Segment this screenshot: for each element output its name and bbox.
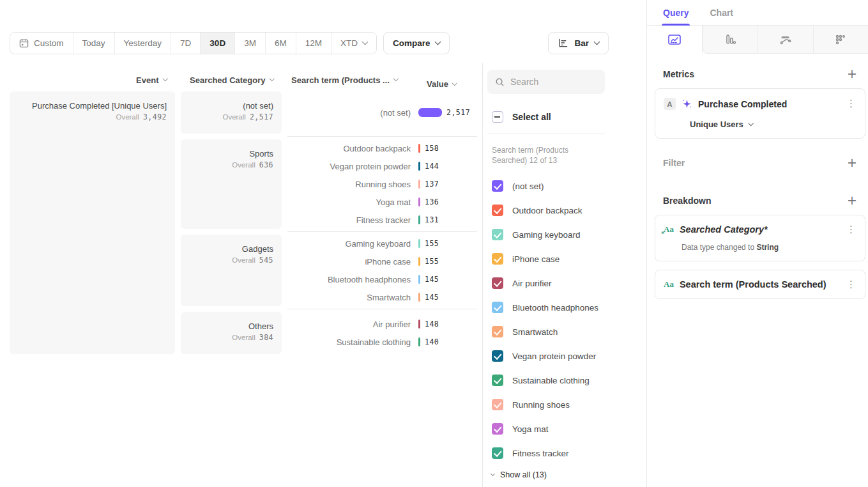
measure-dropdown[interactable]: Unique Users — [690, 120, 857, 129]
term-checkbox-item[interactable]: iPhone case — [487, 247, 646, 271]
select-all[interactable]: Select all — [492, 111, 646, 123]
category-card[interactable]: Sports Overall636 — [181, 139, 282, 229]
breakdown-card-category[interactable]: Aa* Searched Category* ⋮ Data type chang… — [655, 215, 865, 261]
metric-card-row: A Purchase Completed ⋮ — [664, 98, 857, 110]
table-row[interactable]: iPhone case 155 — [287, 252, 482, 270]
breakdown-card-search-term[interactable]: Aa Search term (Products Searched) ⋮ — [655, 270, 865, 299]
compare-button[interactable]: Compare — [383, 32, 450, 54]
term-checkbox-item[interactable]: (not set) — [487, 174, 646, 198]
value-bar[interactable] — [418, 293, 420, 302]
value-text: 136 — [425, 197, 439, 206]
category-overall-value: 384 — [259, 333, 273, 342]
term-checkbox-item[interactable]: Fitness tracker — [487, 441, 646, 465]
term-checkbox-item[interactable]: Bluetooth headphones — [487, 295, 646, 320]
checkbox[interactable] — [492, 253, 503, 265]
term-label: iPhone case — [287, 257, 411, 267]
add-breakdown-button[interactable]: + — [847, 194, 857, 206]
term-checkbox-item[interactable]: Running shoes — [487, 392, 646, 417]
checkbox[interactable] — [492, 326, 503, 337]
category-card[interactable]: (not set) Overall2,517 — [181, 91, 282, 134]
checkbox[interactable] — [492, 350, 503, 362]
table-row[interactable]: Running shoes 137 — [287, 175, 482, 193]
checkbox[interactable] — [492, 447, 503, 459]
checkbox[interactable] — [492, 399, 503, 410]
value-bar[interactable] — [418, 337, 420, 346]
term-checkbox-item[interactable]: Sustainable clothing — [487, 368, 646, 392]
table-row[interactable]: Sustainable clothing 140 — [287, 333, 482, 351]
term-checkbox-item[interactable]: Gaming keyboard — [487, 222, 646, 247]
column-header-event[interactable]: Event — [10, 75, 175, 85]
date-range-3m[interactable]: 3M — [234, 33, 265, 54]
date-range-yesterday[interactable]: Yesterday — [114, 33, 171, 54]
term-checkbox-item[interactable]: Air purifier — [487, 271, 646, 295]
value-bar[interactable] — [418, 162, 420, 171]
table-row[interactable]: Fitness tracker 131 — [287, 211, 482, 229]
checkbox[interactable] — [492, 423, 503, 435]
value-bar[interactable] — [418, 144, 420, 153]
kebab-icon[interactable]: ⋮ — [845, 225, 857, 235]
table-row[interactable]: (not set) 2,517 — [287, 104, 482, 121]
checkbox[interactable] — [492, 229, 503, 240]
value-bar[interactable] — [418, 180, 420, 189]
value-bar[interactable] — [418, 275, 420, 284]
date-range-7d[interactable]: 7D — [171, 33, 200, 54]
search-box[interactable] — [487, 70, 605, 94]
date-range-custom[interactable]: Custom — [10, 33, 73, 54]
bar-area: 155 — [418, 239, 482, 248]
table-row[interactable]: Smartwatch 145 — [287, 288, 482, 306]
column-header-category[interactable]: Searched Category — [181, 75, 282, 85]
checkbox[interactable] — [492, 277, 503, 289]
term-checkbox-item[interactable]: Yoga mat — [487, 417, 646, 441]
category-card[interactable]: Others Overall384 — [181, 312, 282, 354]
tab-funnels[interactable] — [703, 26, 758, 54]
chart-type-button[interactable]: Bar — [548, 32, 609, 54]
table-row[interactable]: Gaming keyboard 155 — [287, 235, 482, 252]
date-range-30d[interactable]: 30D — [200, 33, 234, 54]
category-overall-label: Overall — [222, 113, 245, 121]
term-checkbox-item[interactable]: Outdoor backpack — [487, 198, 646, 222]
chevron-down-icon — [393, 76, 399, 81]
date-range-today[interactable]: Today — [73, 33, 114, 54]
category-card[interactable]: Gadgets Overall545 — [181, 235, 282, 306]
add-filter-button[interactable]: + — [847, 157, 857, 169]
value-bar[interactable] — [418, 320, 420, 329]
metric-card[interactable]: A Purchase Completed ⋮ Unique Users — [655, 88, 865, 139]
tab-flows[interactable] — [758, 26, 813, 54]
tab-chart[interactable]: Chart — [710, 0, 733, 25]
tab-insights[interactable] — [647, 26, 703, 54]
tab-retention[interactable] — [813, 26, 868, 54]
table-row[interactable]: Outdoor backpack 158 — [287, 139, 482, 157]
date-range-6m[interactable]: 6M — [265, 33, 296, 54]
show-all-button[interactable]: Show all (13) — [487, 470, 646, 479]
value-bar[interactable] — [418, 197, 420, 206]
tab-query[interactable]: Query — [663, 0, 689, 25]
add-metric-button[interactable]: + — [847, 68, 857, 80]
sidebar-tabbar: Query Chart — [647, 0, 868, 26]
term-checkbox-item[interactable]: Smartwatch — [487, 320, 646, 344]
checkbox[interactable] — [492, 302, 503, 313]
table-row[interactable]: Bluetooth headphones 145 — [287, 270, 482, 288]
checkbox[interactable] — [492, 375, 503, 386]
table-row[interactable]: Air purifier 148 — [287, 315, 482, 333]
value-bar[interactable] — [418, 108, 442, 117]
search-input[interactable] — [510, 77, 593, 87]
value-bar[interactable] — [418, 215, 420, 224]
kebab-icon[interactable]: ⋮ — [845, 280, 857, 290]
event-card[interactable]: Purchase Completed [Unique Users] Overal… — [10, 91, 175, 354]
checkbox[interactable] — [492, 205, 503, 216]
bar-chart-icon — [558, 38, 568, 49]
checkbox[interactable] — [492, 180, 503, 192]
table-row[interactable]: Yoga mat 136 — [287, 193, 482, 211]
term-checkbox-item[interactable]: Vegan protein powder — [487, 344, 646, 368]
value-bar[interactable] — [418, 257, 420, 266]
date-range-12m[interactable]: 12M — [296, 33, 331, 54]
kebab-icon[interactable]: ⋮ — [845, 99, 857, 109]
date-range-xtd[interactable]: XTD — [331, 33, 376, 54]
category-overall-label: Overall — [232, 161, 255, 169]
select-all-label: Select all — [512, 112, 551, 122]
select-all-checkbox[interactable] — [492, 111, 503, 123]
value-bar[interactable] — [418, 239, 420, 248]
column-header-value[interactable]: Value — [427, 75, 456, 93]
date-range-label: XTD — [340, 38, 358, 48]
table-row[interactable]: Vegan protein powder 144 — [287, 157, 482, 175]
